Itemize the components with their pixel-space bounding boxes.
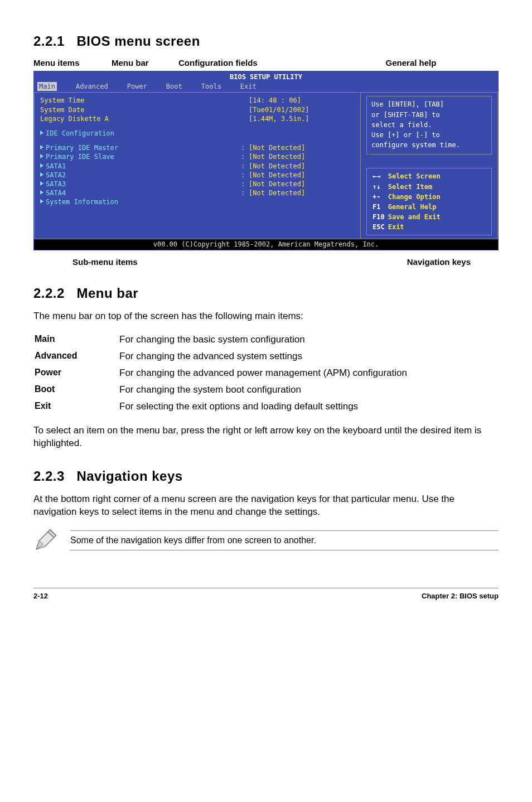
help-line: Use [ENTER], [TAB] [371,100,487,109]
row-sata4[interactable]: SATA4:[Not Detected] [40,189,355,197]
label-navigation-keys: Navigation keys [407,257,471,267]
s2-outro: To select an item on the menu bar, press… [33,424,499,450]
diagram-bottom-labels: Sub-menu items Navigation keys [72,257,471,267]
tab-boot[interactable]: Boot [166,82,182,91]
row-primary-ide-master[interactable]: Primary IDE Master:[Not Detected] [40,143,355,152]
menu-def-table: MainFor changing the basic system config… [33,331,408,416]
bios-left-panel: System Time[14: 48 : 06] System Date[Tue… [35,93,361,239]
triangle-icon [40,145,43,149]
help-line: or [SHIFT-TAB] to [371,110,487,119]
nav-row: F1General Help [371,202,442,211]
tab-main[interactable]: Main [37,82,57,91]
bios-copyright: v00.00 (C)Copyright 1985-2002, American … [34,239,498,249]
def-row: BootFor changing the system boot configu… [35,382,407,398]
chapter-label: Chapter 2: BIOS setup [422,592,499,600]
section-title: Menu bar [76,286,138,301]
section-num: 2.2.1 [33,33,65,49]
note-block: Some of the navigation keys differ from … [33,529,499,552]
label-sub-menu-items: Sub-menu items [72,257,138,267]
help-line: configure system time. [371,141,487,149]
triangle-icon [40,190,43,195]
label-general-help: General help [386,58,437,67]
note-text: Some of the navigation keys differ from … [70,530,499,550]
help-text-box: Use [ENTER], [TAB] or [SHIFT-TAB] to sel… [366,96,492,154]
row-legacy-diskette[interactable]: Legacy Diskette A[1.44M, 3.5in.] [40,114,355,123]
tab-advanced[interactable]: Advanced [76,82,108,91]
def-term: Boot [35,382,118,398]
section-num: 2.2.2 [33,286,65,301]
bios-title: BIOS SETUP UTILITY [34,71,498,82]
triangle-icon [40,163,43,168]
def-row: PowerFor changing the advanced power man… [35,365,407,381]
section-title: BIOS menu screen [76,33,200,49]
row-primary-ide-slave[interactable]: Primary IDE Slave:[Not Detected] [40,152,355,161]
label-menu-items: Menu items [33,58,80,67]
tab-exit[interactable]: Exit [240,82,257,91]
s2-intro: The menu bar on top of the screen has th… [33,310,499,323]
bios-right-panel: Use [ENTER], [TAB] or [SHIFT-TAB] to sel… [361,93,497,239]
def-row: AdvancedFor changing the advanced system… [35,349,407,364]
nav-row: ←→Select Screen [371,172,442,181]
def-desc: For selecting the exit options and loadi… [119,399,407,414]
s3-para: At the bottom right corner of a menu scr… [33,493,499,519]
tab-tools[interactable]: Tools [201,82,221,91]
row-sata2[interactable]: SATA2:[Not Detected] [40,171,355,180]
def-desc: For changing the advanced power manageme… [119,365,407,381]
row-ide-config[interactable]: IDE Configuration [40,129,355,138]
section-num: 2.2.3 [33,468,65,484]
row-system-information[interactable]: System Information [40,197,355,206]
def-term: Power [35,365,118,381]
nav-row: F10Save and Exit [371,212,442,221]
def-desc: For changing the basic system configurat… [119,332,407,347]
def-term: Main [35,332,118,347]
diagram-top-labels: Menu items Menu bar Configuration fields… [33,58,499,67]
def-desc: For changing the advanced system setting… [119,349,407,364]
page-number: 2-12 [33,592,48,600]
bios-screenshot: BIOS SETUP UTILITY Main Advanced Power B… [33,71,499,250]
row-system-date[interactable]: System Date[Tue01/01/2002] [40,105,355,114]
def-desc: For changing the system boot configurati… [119,382,407,398]
nav-row: ESCExit [371,223,442,231]
tab-power[interactable]: Power [127,82,147,91]
triangle-icon [40,181,43,186]
triangle-icon [40,172,43,177]
help-line: Use [+] or [-] to [371,131,487,139]
triangle-icon [40,131,43,135]
row-system-time[interactable]: System Time[14: 48 : 06] [40,96,355,105]
def-term: Exit [35,399,118,414]
def-row: ExitFor selecting the exit options and l… [35,399,407,414]
pencil-icon [33,529,57,552]
section-heading-223: 2.2.3 Navigation keys [33,468,499,484]
bios-menubar[interactable]: Main Advanced Power Boot Tools Exit [34,82,498,92]
label-config-fields: Configuration fields [178,58,258,67]
row-sata3[interactable]: SATA3:[Not Detected] [40,180,355,189]
help-line: select a field. [371,120,487,129]
row-sata1[interactable]: SATA1:[Not Detected] [40,162,355,171]
def-term: Advanced [35,349,118,364]
triangle-icon [40,154,43,158]
def-row: MainFor changing the basic system config… [35,332,407,347]
triangle-icon [40,199,43,204]
page-footer: 2-12 Chapter 2: BIOS setup [33,588,499,600]
nav-row: ↑↓Select Item [371,182,442,191]
section-heading-222: 2.2.2 Menu bar [33,286,499,301]
section-heading-221: 2.2.1 BIOS menu screen [33,33,499,49]
nav-keys-box: ←→Select Screen ↑↓Select Item +-Change O… [366,168,492,235]
nav-row: +-Change Option [371,192,442,201]
section-title: Navigation keys [76,468,182,484]
label-menu-bar: Menu bar [112,58,149,67]
